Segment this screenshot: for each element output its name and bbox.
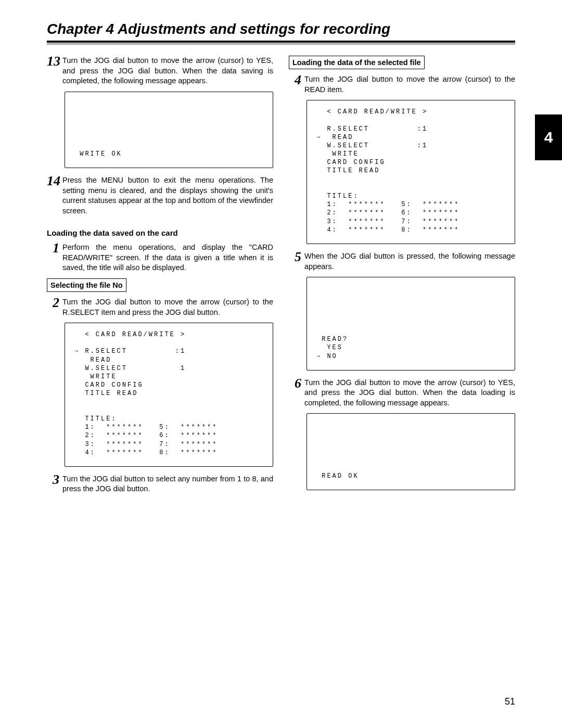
step-5: 5 When the JOG dial button is pressed, t… — [289, 251, 515, 272]
page-number: 51 — [505, 696, 515, 707]
subsection-loading-data: Loading the data of the selected file — [289, 56, 515, 69]
step-1: 1 Perform the menu operations, and displ… — [47, 242, 273, 273]
step-2: 2 Turn the JOG dial button to move the a… — [47, 297, 273, 317]
screen-read-confirm: READ? YES → NO — [306, 277, 515, 371]
page: Chapter 4 Adjustments and settings for r… — [0, 0, 562, 728]
step-body: Turn the JOG dial button to move the arr… — [304, 378, 515, 408]
step-6: 6 Turn the JOG dial button to move the a… — [289, 378, 515, 408]
screen-read-item: < CARD READ/WRITE > R.SELECT :1 → READ W… — [306, 100, 515, 244]
step-body: Press the MENU button to exit the menu o… — [62, 175, 273, 216]
step-body: Turn the JOG dial button to move the arr… — [304, 74, 515, 95]
step-number: 6 — [289, 377, 301, 390]
screen-read-ok: READ OK — [306, 413, 515, 490]
step-14: 14 Press the MENU button to exit the men… — [47, 175, 273, 216]
section-heading-saved: Loading the data saved on the card — [47, 228, 273, 237]
step-body: When the JOG dial button is pressed, the… — [304, 251, 515, 272]
chapter-title: Chapter 4 Adjustments and settings for r… — [47, 21, 515, 37]
step-body: Turn the JOG dial button to move the arr… — [62, 56, 273, 86]
step-number: 13 — [47, 55, 59, 68]
step-number: 14 — [47, 174, 59, 188]
step-body: Turn the JOG dial button to move the arr… — [62, 297, 273, 317]
step-body: Turn the JOG dial button to select any n… — [62, 474, 273, 494]
step-body: Perform the menu operations, and display… — [62, 242, 273, 273]
subsection-label-box: Selecting the file No — [47, 278, 126, 292]
screen-rselect: < CARD READ/WRITE > → R.SELECT :1 READ W… — [65, 323, 273, 467]
subsection-label-box: Loading the data of the selected file — [289, 56, 425, 69]
chapter-side-tab: 4 — [535, 114, 562, 160]
subsection-selecting-file: Selecting the file No — [47, 278, 273, 292]
step-number: 5 — [289, 250, 301, 264]
step-4: 4 Turn the JOG dial button to move the a… — [289, 74, 515, 95]
title-rule — [47, 41, 515, 44]
right-column: Loading the data of the selected file 4 … — [289, 56, 515, 500]
screen-write-ok: WRITE OK — [65, 92, 273, 168]
two-column-layout: 13 Turn the JOG dial button to move the … — [47, 56, 515, 500]
step-number: 3 — [47, 473, 59, 487]
step-3: 3 Turn the JOG dial button to select any… — [47, 474, 273, 494]
left-column: 13 Turn the JOG dial button to move the … — [47, 56, 273, 500]
step-number: 2 — [47, 296, 59, 310]
step-13: 13 Turn the JOG dial button to move the … — [47, 56, 273, 86]
step-number: 1 — [47, 241, 59, 255]
step-number: 4 — [289, 73, 301, 87]
